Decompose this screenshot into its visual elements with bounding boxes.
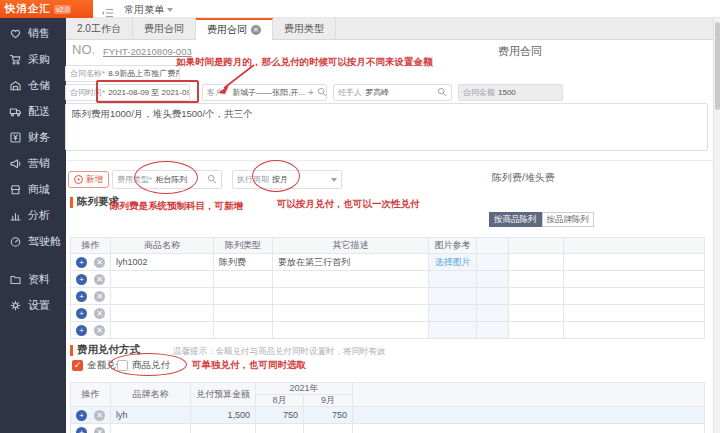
add-customer-icon[interactable]: +	[308, 88, 314, 98]
annotation-monthly-or-once: 可以按月兑付，也可以一次性兑付	[277, 198, 420, 211]
sidebar-item-cockpit[interactable]: 驾驶舱	[0, 228, 66, 254]
tab-fee-contract-list[interactable]: 费用合同	[133, 18, 196, 40]
app-window: 快消企汇 v2.0 常用菜单 2.0工作台 费用合同 费用合同 ✕ 费用类型	[0, 0, 720, 433]
finance-yen-icon	[9, 131, 22, 144]
table-row: + ✕	[71, 288, 705, 305]
section-accent-bar	[70, 345, 73, 356]
sidebar-item-sales[interactable]: 销售	[0, 20, 66, 46]
pick-image-link[interactable]: 选择图片	[435, 256, 471, 269]
row-delete-icon[interactable]: ✕	[94, 257, 105, 268]
row-add-icon[interactable]: +	[76, 325, 87, 336]
table-row: + ✕	[71, 424, 705, 433]
bar-chart-icon	[9, 209, 22, 222]
fee-type-field[interactable]: 费用类型* 柜台陈列	[112, 170, 222, 189]
unchecked-checkbox-icon[interactable]	[117, 360, 128, 371]
pay-method-section-title: 费用兑付方式	[70, 343, 140, 357]
storefront-icon	[9, 183, 22, 196]
checked-checkbox-icon[interactable]: ✓	[72, 360, 83, 371]
display-requirement-table: 操作 商品名称 陈列类型 其它描述 图片参考 + ✕ lyh1002 陈列费 要…	[70, 237, 705, 339]
contract-time-field[interactable]: 合同时间* 2021-08-09 至 2021-09-30	[65, 84, 190, 101]
quick-menu-dropdown[interactable]: 常用菜单	[124, 3, 173, 17]
row-add-icon[interactable]: +	[76, 410, 87, 421]
sidebar-item-settings[interactable]: 设置	[0, 292, 66, 318]
september-cell[interactable]: 750	[304, 407, 353, 424]
table-header-row: 操作 商品名称 陈列类型 其它描述 图片参考	[71, 238, 705, 254]
scrollbar-thumb[interactable]	[715, 22, 720, 110]
remark-textarea[interactable]: 陈列费用1000/月，堆头费1500/个，共三个	[65, 103, 708, 151]
annotation-cross-month: 如果时间是跨月的，那么兑付的时候可以按月不同来设置金额	[176, 56, 433, 69]
contract-no-label: NO.	[72, 42, 95, 57]
search-icon[interactable]	[317, 87, 327, 99]
search-icon[interactable]	[207, 174, 217, 186]
folder-icon	[9, 273, 22, 286]
sidebar-item-warehouse[interactable]: 仓储	[0, 72, 66, 98]
row-add-icon[interactable]: +	[76, 291, 87, 302]
row-delete-icon[interactable]: ✕	[94, 308, 105, 319]
row-delete-icon[interactable]: ✕	[94, 274, 105, 285]
contract-name-field[interactable]: 合同名称* 8.9新品上市推广费用	[65, 65, 180, 82]
brand-name-cell[interactable]: lyh	[111, 407, 191, 424]
sidebar-item-marketing[interactable]: 营销	[0, 150, 66, 176]
fee-panel-title: 陈列费/堆头费	[492, 171, 555, 185]
customer-field[interactable]: 客户* 新城子——张阳,开... +	[202, 84, 327, 101]
version-badge: v2.0	[54, 5, 71, 14]
row-delete-icon[interactable]: ✕	[94, 325, 105, 336]
gear-icon	[9, 299, 22, 312]
megaphone-icon	[9, 157, 22, 170]
row-add-icon[interactable]: +	[76, 257, 87, 268]
pay-budget-table: 操作 品牌名称 兑付预算金额 2021年 8月 9月 + ✕ lyh 1,500…	[70, 382, 705, 433]
august-cell[interactable]: 750	[256, 407, 304, 424]
sidebar-item-analysis[interactable]: 分析	[0, 202, 66, 228]
truck-icon	[9, 105, 22, 118]
row-delete-icon[interactable]: ✕	[94, 427, 105, 433]
table-header: 操作 品牌名称 兑付预算金额 2021年 8月 9月	[71, 383, 705, 407]
contract-amount-field: 合同金额 1500	[458, 84, 563, 101]
tab-workbench[interactable]: 2.0工作台	[66, 18, 133, 40]
app-logo: 快消企汇 v2.0	[0, 0, 93, 18]
cart-icon	[9, 53, 22, 66]
annotation-preset-subject: 陈列费是系统预制科目，可新增	[110, 200, 243, 213]
row-add-icon[interactable]: +	[76, 427, 87, 433]
handler-field[interactable]: 经手人 罗高峰	[333, 84, 452, 101]
chevron-down-icon	[331, 178, 337, 182]
sidebar-collapse-icon[interactable]	[101, 4, 114, 22]
table-row: + ✕	[71, 322, 705, 339]
sales-heart-icon	[9, 27, 22, 40]
product-pay-checkbox[interactable]: 商品兑付	[117, 359, 170, 372]
toggle-by-product[interactable]: 按商品陈列	[489, 212, 542, 227]
section-accent-bar	[70, 197, 73, 208]
pay-method-hint: 温馨提示：金额兑付与商品兑付同时设置时，将同时有效	[173, 346, 386, 358]
sidebar-item-finance[interactable]: 财务	[0, 124, 66, 150]
plus-circle-icon: +	[74, 175, 83, 184]
sidebar-item-mall[interactable]: 商城	[0, 176, 66, 202]
tab-fee-type[interactable]: 费用类型	[273, 18, 336, 40]
warehouse-icon	[9, 79, 22, 92]
sidebar-nav: 销售 采购 仓储 配送 财务 营销 商城 分析	[0, 18, 66, 433]
gauge-icon	[9, 235, 22, 248]
display-type-cell[interactable]: 陈列费	[214, 254, 273, 271]
tab-fee-contract-active[interactable]: 费用合同 ✕	[196, 18, 273, 40]
row-add-icon[interactable]: +	[76, 308, 87, 319]
product-name-cell[interactable]: lyh1002	[111, 254, 214, 271]
row-delete-icon[interactable]: ✕	[94, 291, 105, 302]
search-icon[interactable]	[437, 87, 447, 99]
budget-cell[interactable]: 1,500	[191, 407, 256, 424]
display-mode-toggle: 按商品陈列 按品牌陈列	[489, 212, 594, 227]
top-bar: 快消企汇 v2.0 常用菜单	[0, 0, 720, 18]
table-row: + ✕	[71, 271, 705, 288]
table-row: + ✕ lyh1002 陈列费 要放在第三行首列 选择图片	[71, 254, 705, 271]
description-cell[interactable]: 要放在第三行首列	[273, 254, 429, 271]
add-row-button[interactable]: + 新增	[68, 171, 109, 188]
annotation-separate-or-both: 可单独兑付，也可同时选取	[192, 359, 306, 372]
exec-cycle-select[interactable]: 执行周期 按月	[232, 170, 342, 189]
vertical-scrollbar[interactable]	[713, 18, 720, 433]
sidebar-item-purchase[interactable]: 采购	[0, 46, 66, 72]
close-icon[interactable]: ✕	[251, 25, 261, 35]
sidebar-item-delivery[interactable]: 配送	[0, 98, 66, 124]
row-add-icon[interactable]: +	[76, 274, 87, 285]
toggle-by-brand[interactable]: 按品牌陈列	[542, 212, 595, 227]
row-delete-icon[interactable]: ✕	[94, 410, 105, 421]
table-row: + ✕ lyh 1,500 750 750	[71, 407, 705, 424]
tab-bar: 2.0工作台 费用合同 费用合同 ✕ 费用类型	[66, 18, 713, 40]
sidebar-item-data[interactable]: 资料	[0, 266, 66, 292]
